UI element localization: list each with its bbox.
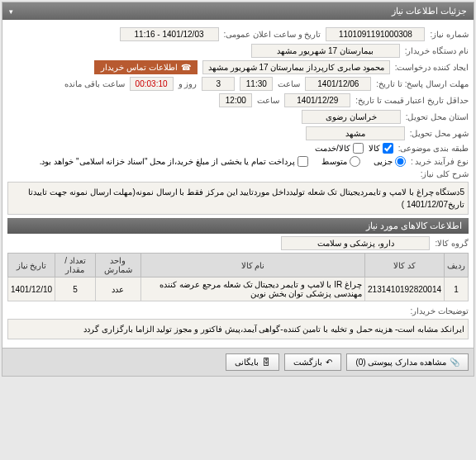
process-label: نوع فرآیند خرید : [411, 157, 469, 166]
days-label: روز و [178, 79, 198, 88]
panel-body: شماره نیاز: 1101091191000308 تاریخ و ساع… [2, 20, 474, 348]
contact-btn-label: اطلاعات تماس خریدار [101, 63, 178, 72]
cell-date: 1401/12/10 [8, 277, 55, 301]
phone-icon: ☎ [181, 63, 191, 72]
need-no-value: 1101091191000308 [326, 27, 425, 41]
process-radio-minor-input[interactable] [395, 156, 406, 167]
group-value: دارو، پزشکی و سلامت [281, 236, 430, 250]
city-label: شهر محل تحویل: [410, 129, 469, 138]
send-time-label: ساعت [278, 79, 300, 88]
contact-buyer-button[interactable]: ☎ اطلاعات تماس خریدار [94, 60, 198, 74]
province-label: استان محل تحویل: [406, 112, 469, 121]
send-deadline-label: مهلت ارسال پاسخ: تا تاریخ: [376, 79, 469, 88]
buyer-value: بیمارستان 17 شهریور مشهد [251, 44, 400, 58]
public-time-label: تاریخ و ساعت اعلان عمومی: [224, 30, 321, 39]
process-radio-medium-label: متوسط [321, 157, 347, 166]
need-no-label: شماره نیاز: [430, 30, 469, 39]
desc-label: شرح کلی نیاز: [421, 169, 469, 178]
process-radio-minor[interactable]: جزیی [374, 156, 406, 167]
process-note-label: پرداخت تمام یا بخشی از مبلغ خرید،از محل … [40, 157, 295, 166]
province-value: خراسان رضوی [302, 110, 401, 124]
process-radio-minor-label: جزیی [374, 157, 393, 166]
cell-name: چراغ IR با لامپ و تایمر دیجیتال تک شعله … [141, 277, 365, 301]
process-note-checkbox[interactable]: پرداخت تمام یا بخشی از مبلغ خرید،از محل … [40, 156, 308, 167]
button-bar: 📎 مشاهده مدارک پیوستی (0) ↶ بازگشت 🗄 بای… [2, 348, 474, 376]
th-code: کد کالا [365, 254, 445, 277]
cat-goods-label: کالا [369, 144, 380, 153]
collapse-icon[interactable]: ▾ [9, 7, 13, 16]
credit-time-value: 12:00 [219, 93, 252, 107]
view-attachments-button[interactable]: 📎 مشاهده مدارک پیوستی (0) [346, 353, 469, 371]
requester-value: محمود صابری کارپرداز بیمارستان 17 شهریور… [202, 60, 390, 74]
city-value: مشهد [306, 126, 405, 140]
back-btn-label: بازگشت [293, 358, 322, 367]
remain-label: ساعت باقی مانده [64, 79, 125, 88]
requester-label: ایجاد کننده درخواست: [395, 63, 469, 72]
back-icon: ↶ [326, 358, 332, 367]
days-value: 3 [202, 77, 235, 91]
category-label: طبقه بندی موضوعی: [398, 144, 469, 153]
archive-button[interactable]: 🗄 بایگانی [226, 353, 279, 371]
group-label: گروه کالا: [435, 239, 469, 248]
table-row: 1 2131410192820014 چراغ IR با لامپ و تای… [8, 277, 469, 301]
th-date: تاریخ نیاز [8, 254, 55, 277]
cat-service-label: کالا/خدمت [315, 144, 350, 153]
back-button[interactable]: ↶ بازگشت [284, 353, 341, 371]
goods-section-title: اطلاعات کالاهای مورد نیاز [366, 221, 462, 230]
buyer-note-label: توضیحات خریدار: [410, 306, 469, 315]
cat-service-input[interactable] [353, 143, 364, 154]
min-credit-label: حداقل تاریخ اعتبار قیمت تا تاریخ: [355, 96, 469, 105]
th-row: ردیف [445, 254, 469, 277]
panel-title: جزئیات اطلاعات نیاز [392, 6, 467, 17]
countdown-value: 00:03:10 [130, 77, 174, 91]
buyer-note-text: ایرانکد مشابه است- هزینه حمل و تخلیه با … [7, 319, 469, 339]
archive-icon: 🗄 [262, 358, 270, 367]
process-radio-medium[interactable]: متوسط [321, 156, 360, 167]
attach-btn-label: مشاهده مدارک پیوستی (0) [355, 358, 446, 367]
buyer-label: نام دستگاه خریدار: [405, 46, 469, 55]
cat-service-checkbox[interactable]: کالا/خدمت [315, 143, 364, 154]
attachment-icon: 📎 [450, 358, 459, 367]
cat-goods-input[interactable] [383, 143, 393, 154]
cell-qty: 5 [55, 277, 96, 301]
credit-time-label: ساعت [257, 96, 279, 105]
cat-goods-checkbox[interactable]: کالا [369, 143, 393, 154]
goods-table: ردیف کد کالا نام کالا واحد شمارش تعداد /… [7, 253, 469, 301]
cell-code: 2131410192820014 [365, 277, 445, 301]
credit-date-value: 1401/12/29 [284, 93, 350, 107]
send-time-value: 11:30 [240, 77, 273, 91]
cell-unit: عدد [95, 277, 140, 301]
th-qty: تعداد / مقدار [55, 254, 96, 277]
th-name: نام کالا [141, 254, 365, 277]
desc-text: 5دستگاه چراغ با لامپ و تایمردیجیتال تک ش… [7, 182, 469, 215]
goods-section-header: اطلاعات کالاهای مورد نیاز [7, 218, 469, 234]
process-note-input[interactable] [298, 156, 308, 167]
archive-btn-label: بایگانی [235, 358, 259, 367]
send-date-value: 1401/12/06 [305, 77, 371, 91]
th-unit: واحد شمارش [95, 254, 140, 277]
need-details-panel: جزئیات اطلاعات نیاز ▾ شماره نیاز: 110109… [2, 2, 474, 377]
panel-header: جزئیات اطلاعات نیاز ▾ [2, 2, 474, 20]
public-time-value: 1401/12/03 - 11:16 [120, 27, 219, 41]
table-header-row: ردیف کد کالا نام کالا واحد شمارش تعداد /… [8, 254, 469, 277]
cell-idx: 1 [445, 277, 469, 301]
process-radio-medium-input[interactable] [350, 156, 360, 167]
